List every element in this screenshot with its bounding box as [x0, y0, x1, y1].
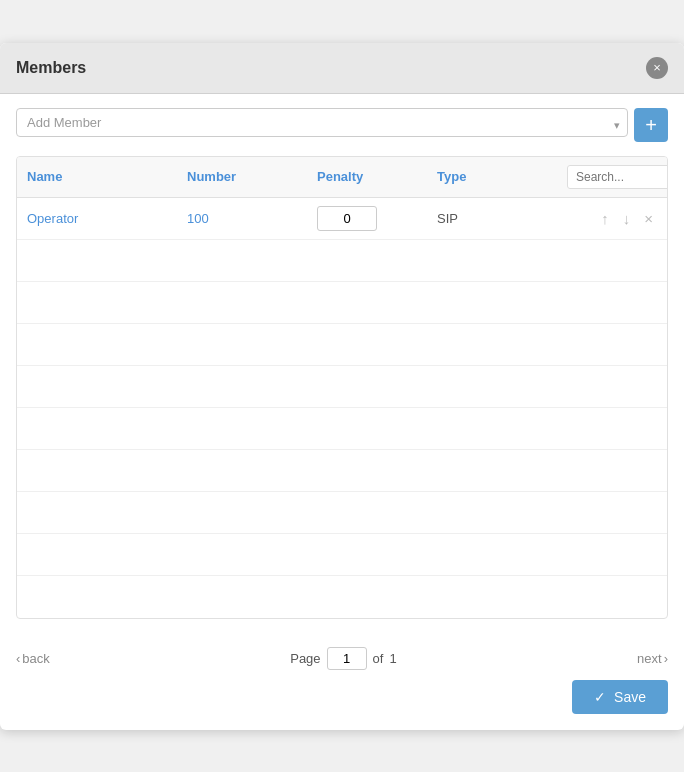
- save-check-icon: ✓: [594, 689, 606, 705]
- add-member-row: Add Member ▾ +: [16, 108, 668, 142]
- add-member-button[interactable]: +: [634, 108, 668, 142]
- table-row: [17, 450, 667, 492]
- back-chevron-icon: ‹: [16, 651, 20, 666]
- footer: ‹ back Page of 1 next ›: [0, 633, 684, 680]
- col-name: Name: [27, 169, 187, 184]
- move-down-button[interactable]: ↓: [619, 209, 635, 228]
- search-input[interactable]: [567, 165, 668, 189]
- window-title: Members: [16, 59, 86, 77]
- cell-member-number: 100: [187, 211, 317, 226]
- cell-member-name: Operator: [27, 211, 187, 226]
- table-row: [17, 366, 667, 408]
- page-label: Page: [290, 651, 320, 666]
- next-label: next: [637, 651, 662, 666]
- col-search: [567, 165, 668, 189]
- col-penalty: Penalty: [317, 169, 437, 184]
- table-row: [17, 492, 667, 534]
- remove-icon: ×: [644, 210, 653, 227]
- members-table: Name Number Penalty Type Operator 100 SI…: [16, 156, 668, 619]
- add-member-select[interactable]: Add Member: [16, 108, 628, 137]
- table-row: [17, 240, 667, 282]
- col-type: Type: [437, 169, 567, 184]
- table-row: [17, 534, 667, 576]
- back-link[interactable]: ‹ back: [16, 651, 50, 666]
- table-row: Operator 100 SIP ↑ ↓ ×: [17, 198, 667, 240]
- page-total: 1: [389, 651, 396, 666]
- table-header: Name Number Penalty Type: [17, 157, 667, 198]
- cell-actions: ↑ ↓ ×: [567, 209, 657, 228]
- table-row: [17, 324, 667, 366]
- remove-button[interactable]: ×: [640, 209, 657, 228]
- save-label: Save: [614, 689, 646, 705]
- save-row: ✓ Save: [0, 680, 684, 730]
- pagination: Page of 1: [290, 647, 396, 670]
- cell-member-type: SIP: [437, 211, 567, 226]
- save-button[interactable]: ✓ Save: [572, 680, 668, 714]
- arrow-up-icon: ↑: [601, 210, 609, 227]
- members-window: Members × Add Member ▾ + Name Number: [0, 43, 684, 730]
- next-link[interactable]: next ›: [637, 651, 668, 666]
- plus-icon: +: [645, 115, 657, 135]
- table-row: [17, 282, 667, 324]
- cell-member-penalty: [317, 206, 437, 231]
- table-row: [17, 576, 667, 618]
- next-chevron-icon: ›: [664, 651, 668, 666]
- close-icon: ×: [653, 61, 661, 74]
- col-number: Number: [187, 169, 317, 184]
- penalty-input[interactable]: [317, 206, 377, 231]
- arrow-down-icon: ↓: [623, 210, 631, 227]
- table-row: [17, 408, 667, 450]
- page-input[interactable]: [327, 647, 367, 670]
- close-button[interactable]: ×: [646, 57, 668, 79]
- page-of: of: [373, 651, 384, 666]
- add-member-select-wrapper: Add Member ▾: [16, 108, 628, 142]
- content-area: Add Member ▾ + Name Number Penalty Type: [0, 94, 684, 633]
- move-up-button[interactable]: ↑: [597, 209, 613, 228]
- window-header: Members ×: [0, 43, 684, 94]
- back-label: back: [22, 651, 49, 666]
